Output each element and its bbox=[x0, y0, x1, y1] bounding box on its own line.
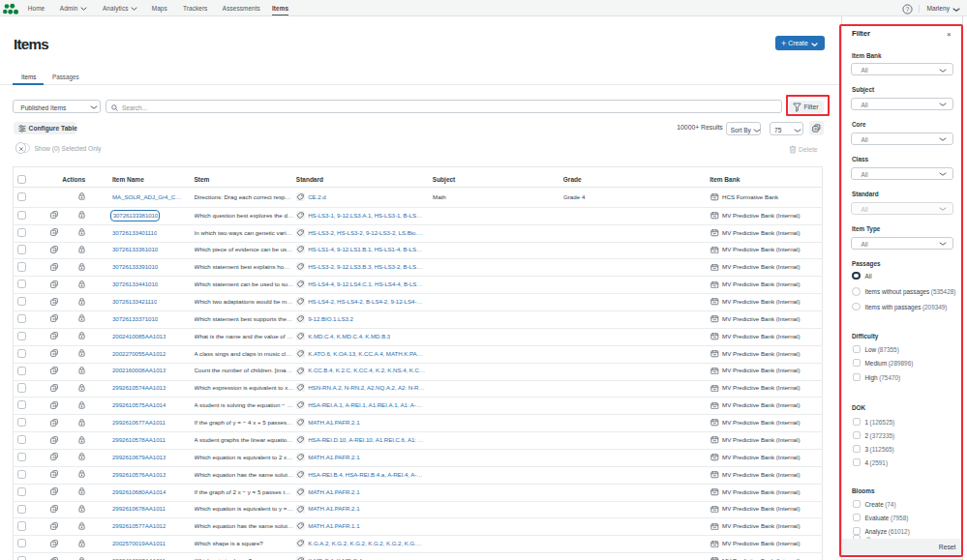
svg-text:?: ? bbox=[905, 5, 909, 12]
